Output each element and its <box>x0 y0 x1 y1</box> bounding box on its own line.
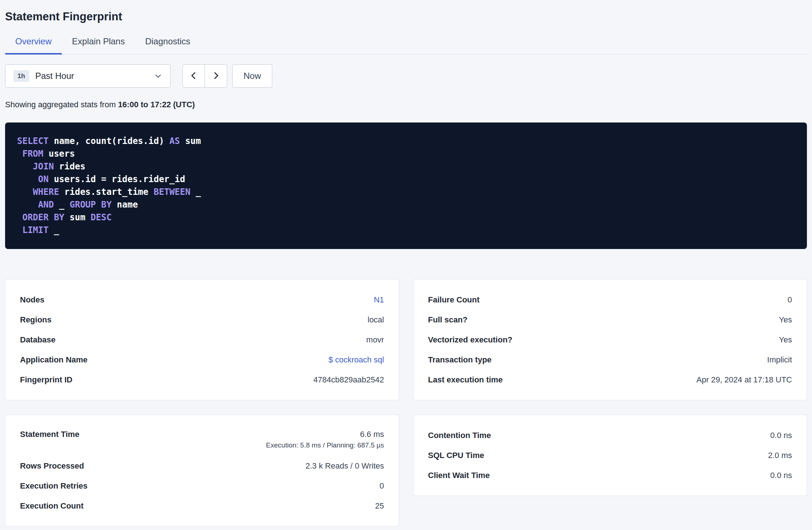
row-value: Implicit <box>767 355 792 365</box>
application-name-link[interactable]: $ cockroach sql <box>329 355 384 365</box>
time-range-label: Past Hour <box>35 71 74 81</box>
detail-row-execution-retries: Execution Retries 0 <box>20 476 384 496</box>
detail-row-transaction-type: Transaction type Implicit <box>428 350 792 370</box>
aggregated-stats-summary: Showing aggregated stats from 16:00 to 1… <box>5 100 807 109</box>
row-label: Failure Count <box>428 295 480 305</box>
detail-row-failure-count: Failure Count 0 <box>428 290 792 310</box>
tab-bar: Overview Explain Plans Diagnostics <box>5 31 807 55</box>
execution-attributes-card: Failure Count 0 Full scan? Yes Vectorize… <box>413 279 807 400</box>
time-range-picker[interactable]: 1h Past Hour <box>5 64 170 88</box>
row-value: 0 <box>379 481 384 491</box>
row-label: Client Wait Time <box>428 471 490 480</box>
detail-row-client-wait-time: Client Wait Time 0.0 ns <box>428 465 792 485</box>
chevron-left-icon <box>189 71 198 81</box>
row-label: SQL CPU Time <box>428 451 484 460</box>
row-value: 6.6 ms <box>360 430 384 439</box>
statement-fingerprint-page: Statement Fingerprint Overview Explain P… <box>0 0 812 526</box>
detail-row-last-execution-time: Last execution time Apr 29, 2024 at 17:1… <box>428 370 792 390</box>
tab-diagnostics[interactable]: Diagnostics <box>135 31 200 54</box>
node-link[interactable]: N1 <box>374 295 384 305</box>
sql-code: SELECT name, count(rides.id) AS sum FROM… <box>17 135 796 237</box>
row-label: Statement Time <box>20 430 79 439</box>
page-title: Statement Fingerprint <box>5 10 807 23</box>
row-label: Fingerprint ID <box>20 375 72 385</box>
row-label: Execution Count <box>20 501 84 511</box>
stats-summary-range: 16:00 to 17:22 (UTC) <box>118 100 195 109</box>
row-label: Execution Retries <box>20 481 88 491</box>
row-subvalue: Execution: 5.8 ms / Planning: 687.5 µs <box>266 441 384 449</box>
stats-summary-prefix: Showing aggregated stats from <box>5 100 118 109</box>
row-label: Vectorized execution? <box>428 335 512 345</box>
row-label: Full scan? <box>428 315 468 325</box>
row-label: Contention Time <box>428 431 491 440</box>
time-step-buttons <box>182 64 227 88</box>
row-value: movr <box>366 335 384 345</box>
row-value: local <box>367 315 384 325</box>
row-value: 0 <box>788 295 792 305</box>
statement-time-values: 6.6 ms Execution: 5.8 ms / Planning: 687… <box>266 430 384 449</box>
now-button[interactable]: Now <box>232 64 272 88</box>
detail-row-database: Database movr <box>20 330 384 350</box>
detail-row-full-scan: Full scan? Yes <box>428 310 792 330</box>
row-label: Rows Processed <box>20 461 84 471</box>
row-value: Apr 29, 2024 at 17:18 UTC <box>696 375 792 385</box>
chevron-down-icon <box>154 72 162 80</box>
detail-row-contention-time: Contention Time 0.0 ns <box>428 425 792 445</box>
details-cards: Nodes N1 Regions local Database movr App… <box>5 279 807 526</box>
row-value: 2.3 k Reads / 0 Writes <box>305 461 384 471</box>
time-controls: 1h Past Hour Now <box>5 64 807 88</box>
chevron-right-icon <box>212 71 220 81</box>
detail-row-sql-cpu-time: SQL CPU Time 2.0 ms <box>428 445 792 465</box>
previous-time-interval-button[interactable] <box>182 64 205 88</box>
detail-row-statement-time: Statement Time 6.6 ms Execution: 5.8 ms … <box>20 425 384 456</box>
row-value: 0.0 ns <box>770 431 792 440</box>
wait-time-card: Contention Time 0.0 ns SQL CPU Time 2.0 … <box>413 415 807 496</box>
row-label: Database <box>20 335 56 345</box>
row-label: Transaction type <box>428 355 492 365</box>
row-value: 2.0 ms <box>768 451 792 460</box>
row-value: 0.0 ns <box>770 471 792 480</box>
row-value: Yes <box>779 335 792 345</box>
detail-row-vectorized-execution: Vectorized execution? Yes <box>428 330 792 350</box>
overview-details-card: Nodes N1 Regions local Database movr App… <box>5 279 399 400</box>
row-value: 25 <box>375 501 384 511</box>
row-label: Nodes <box>20 295 44 305</box>
statement-timing-card: Statement Time 6.6 ms Execution: 5.8 ms … <box>5 415 399 526</box>
row-value: Yes <box>779 315 792 325</box>
row-label: Last execution time <box>428 375 503 385</box>
detail-row-regions: Regions local <box>20 310 384 330</box>
detail-row-nodes: Nodes N1 <box>20 290 384 310</box>
tab-overview[interactable]: Overview <box>5 31 62 54</box>
sql-statement-box: SELECT name, count(rides.id) AS sum FROM… <box>5 123 807 249</box>
row-label: Regions <box>20 315 52 325</box>
time-range-badge: 1h <box>13 70 29 82</box>
detail-row-execution-count: Execution Count 25 <box>20 496 384 516</box>
row-label: Application Name <box>20 355 88 365</box>
detail-row-rows-processed: Rows Processed 2.3 k Reads / 0 Writes <box>20 456 384 476</box>
row-value: 4784cb829aab2542 <box>313 375 384 385</box>
detail-row-application-name: Application Name $ cockroach sql <box>20 350 384 370</box>
tab-explain-plans[interactable]: Explain Plans <box>62 31 135 54</box>
detail-row-fingerprint-id: Fingerprint ID 4784cb829aab2542 <box>20 370 384 390</box>
next-time-interval-button[interactable] <box>205 64 227 88</box>
